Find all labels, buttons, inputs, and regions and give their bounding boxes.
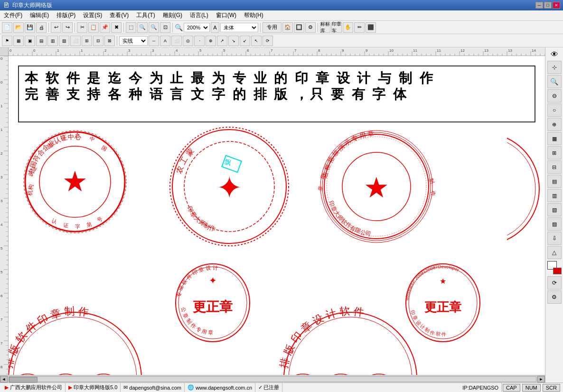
- zoom-in-button[interactable]: 🔍: [137, 22, 148, 33]
- t2[interactable]: ▦: [13, 36, 24, 46]
- svg-text:证: 证: [63, 222, 69, 228]
- zoom-in-tool-button[interactable]: 🔍: [547, 75, 562, 88]
- menu-settings[interactable]: 设置(S): [79, 10, 106, 20]
- canvas-page[interactable]: 本 软 件 是 迄 今 为 止 最 为 专 业 的 印 章 设 计 与 制 作 …: [9, 56, 545, 383]
- scr-indicator: SCR: [543, 384, 560, 392]
- ls9[interactable]: ↙: [240, 36, 250, 46]
- stamp-lib-button[interactable]: 标标库: [320, 22, 330, 33]
- open-button[interactable]: 📂: [13, 22, 24, 33]
- svg-text:8: 8: [318, 48, 320, 53]
- product-info: ▶ 印章大师网络版5.0: [66, 383, 121, 392]
- ls10[interactable]: ↖: [251, 36, 262, 46]
- zoom-out-tool-button[interactable]: ⊖: [547, 89, 562, 103]
- settings-tool-button[interactable]: ⚙: [547, 290, 562, 304]
- select-all-button[interactable]: ⬚: [126, 22, 136, 33]
- svg-point-277: [507, 133, 539, 245]
- ls8[interactable]: ↘: [228, 36, 239, 46]
- menu-window[interactable]: 窗口(W): [212, 10, 240, 20]
- stamp-cart-button[interactable]: 印章车: [331, 22, 342, 33]
- menu-tools[interactable]: 工具(T): [132, 10, 159, 20]
- separator2: [75, 23, 75, 32]
- menu-view[interactable]: 查看(V): [106, 10, 132, 20]
- color-selector[interactable]: [547, 261, 562, 274]
- print-button[interactable]: 🖨: [36, 22, 47, 33]
- delete-button[interactable]: ✖: [111, 22, 122, 33]
- text-line1: 本 软 件 是 迄 今 为 止 最 为 专 业 的 印 章 设 计 与 制 作: [25, 70, 529, 86]
- zoom-out-button[interactable]: 🔍: [149, 22, 159, 33]
- scroll-left-button[interactable]: ◄: [0, 376, 8, 383]
- zoom-combo[interactable]: 200% 100% 150% 300%: [184, 23, 210, 32]
- minimize-button[interactable]: ─: [535, 2, 543, 9]
- t3[interactable]: ▣: [25, 36, 35, 46]
- svg-text:✦: ✦: [209, 275, 217, 286]
- triangle-tool-button[interactable]: △: [547, 246, 562, 259]
- ellipse-tool-button[interactable]: ⊕: [547, 118, 562, 131]
- scroll-thumb[interactable]: [9, 377, 38, 383]
- menu-help[interactable]: 帮助(H): [240, 10, 267, 20]
- select-tool-button[interactable]: ⊹: [547, 61, 562, 74]
- t6[interactable]: ▧: [59, 36, 69, 46]
- ls5[interactable]: ⬝: [194, 36, 205, 46]
- ls7[interactable]: ↗: [217, 36, 227, 46]
- grid2-button[interactable]: ⊞: [547, 146, 562, 159]
- font-combo[interactable]: 未体: [220, 23, 258, 32]
- menu-edit[interactable]: 编辑(E): [26, 10, 53, 20]
- ls11[interactable]: ⟳: [263, 36, 273, 46]
- stamp-right-partial: 软 件 印 章: [507, 130, 545, 248]
- ls2[interactable]: A: [160, 36, 170, 46]
- img-btn3[interactable]: ⚙: [305, 22, 316, 33]
- eye-icon[interactable]: 👁: [547, 49, 562, 60]
- ls6[interactable]: ⊕: [206, 36, 216, 46]
- menu-layout[interactable]: 排版(P): [53, 10, 79, 20]
- t5[interactable]: ▥: [47, 36, 58, 46]
- ls4[interactable]: ◎: [183, 36, 193, 46]
- new-button[interactable]: 📄: [2, 22, 12, 33]
- grid3-button[interactable]: ⊟: [547, 160, 562, 174]
- menu-engrave[interactable]: 雕刻(G): [159, 10, 186, 20]
- save-button[interactable]: 💾: [25, 22, 35, 33]
- refresh-button[interactable]: ⟳: [547, 276, 562, 289]
- scrollbar-horizontal[interactable]: ◄ ►: [0, 375, 545, 383]
- zoom-btn2[interactable]: A: [211, 22, 219, 33]
- grid6-button[interactable]: ▧: [547, 203, 562, 216]
- t9[interactable]: ⊟: [93, 36, 103, 46]
- copy-button[interactable]: 📋: [88, 22, 99, 33]
- ls1[interactable]: ─: [149, 36, 159, 46]
- grid4-button[interactable]: ▤: [547, 175, 562, 188]
- svg-text:0: 0: [0, 80, 3, 84]
- img-btn2[interactable]: 🔲: [294, 22, 304, 33]
- grid7-button[interactable]: ▨: [547, 217, 562, 231]
- redo-button[interactable]: ↪: [62, 22, 73, 33]
- cut-button[interactable]: ✂: [77, 22, 87, 33]
- circle-tool-button[interactable]: ○: [547, 103, 562, 117]
- scroll-right-button[interactable]: ►: [537, 376, 545, 383]
- grid5-button[interactable]: ▥: [547, 189, 562, 202]
- undo-button[interactable]: ↩: [51, 22, 61, 33]
- t7[interactable]: ⬜: [70, 36, 81, 46]
- t8[interactable]: ⊞: [82, 36, 92, 46]
- t10[interactable]: ⊠: [104, 36, 115, 46]
- special-button[interactable]: 专用: [263, 22, 282, 33]
- menu-file[interactable]: 文件(F): [0, 10, 26, 20]
- zoom-fit-button[interactable]: ⊡: [160, 22, 170, 33]
- close-button[interactable]: ✕: [553, 2, 560, 9]
- arrow-tool-button[interactable]: ⇩: [547, 232, 562, 245]
- t1[interactable]: ⚑: [2, 36, 12, 46]
- maximize-button[interactable]: □: [544, 2, 552, 9]
- img-btn1[interactable]: 🏠: [282, 22, 293, 33]
- pencil-button[interactable]: ✏: [354, 22, 365, 33]
- t4[interactable]: ▤: [36, 36, 47, 46]
- magic-button[interactable]: ⬛: [366, 22, 376, 33]
- menu-language[interactable]: 语言(L): [186, 10, 212, 20]
- text-line2: 完 善 支 持 各 种 语 言 文 字 的 排 版 ，只 要 有 字 体: [25, 86, 529, 103]
- line-style-combo[interactable]: 实线: [119, 36, 148, 46]
- canvas-area[interactable]: 001123345567789910111112131314 001123345…: [0, 47, 545, 383]
- paste-button[interactable]: 📌: [100, 22, 110, 33]
- svg-text:1: 1: [81, 48, 83, 53]
- grid1-button[interactable]: ▦: [547, 132, 562, 145]
- svg-text:4: 4: [0, 223, 3, 227]
- ls3[interactable]: ⬜: [171, 36, 182, 46]
- svg-text:章: 章: [317, 185, 324, 191]
- hand-button[interactable]: ✋: [343, 22, 353, 33]
- scroll-track[interactable]: [9, 376, 536, 382]
